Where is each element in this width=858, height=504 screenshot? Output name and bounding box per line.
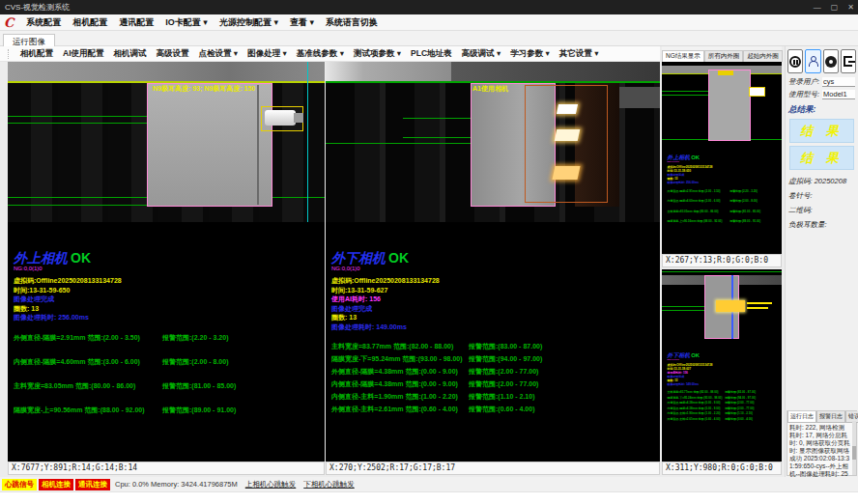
menu-view[interactable]: 查看 ▾	[284, 16, 320, 29]
mini-image-bottom[interactable]	[662, 269, 782, 347]
coords-status-mini-bottom: X:311;Y:980;R:0;G:0;B:0	[662, 462, 782, 475]
virtual-code-label: 虚拟码:	[788, 177, 813, 185]
alarm-range: 报警范围:(89.00 - 91.00)	[729, 219, 760, 223]
log-scrollbar[interactable]	[852, 421, 856, 475]
overlay-lower-outer: 外下相机OK NG:0,0(1)0 虚拟码:Offline20250208133…	[331, 251, 650, 417]
tool-baseline-params[interactable]: 基准线参数 ▾	[292, 48, 349, 60]
alarm-range: 报警范围:(2.00 - 77.00)	[725, 401, 754, 405]
tool-plc-address[interactable]: PLC地址表	[406, 48, 457, 60]
mini-roi-marks	[718, 70, 733, 75]
alarm-range: 报警范围:(2.20 - 3.20)	[162, 333, 228, 343]
log-panel: 运行日志 报警日志 错误日志 耗时: 222, 网络检测耗时: 17, 网络分息…	[786, 410, 857, 476]
menu-camera-config[interactable]: 相机配置	[67, 16, 113, 29]
menu-light-control-config[interactable]: 光源控制配置 ▾	[214, 16, 284, 29]
measurement-row: 主料宽度=83.05mm 范围:(80.00 - 86.00) 报警范围:(81…	[14, 381, 325, 391]
measurement-value: 外侧直径-隔膜=4.38mm 范围:(0.00 - 9.00)	[668, 401, 726, 405]
measurement-value: 内侧直径-主料=1.90mm 范围:(1.00 - 2.20)	[668, 411, 726, 415]
measurement-row: 外侧直径-隔膜=4.38mm 范围:(0.00 - 9.00) 报警范围:(2.…	[668, 401, 782, 405]
connector-blob	[265, 110, 296, 126]
upper-camera-heartbeat-link[interactable]: 上相机心跳触发	[245, 480, 297, 490]
pause-button[interactable]	[787, 49, 803, 73]
user-icon	[808, 56, 817, 67]
menu-comm-config[interactable]: 通讯配置	[113, 16, 159, 29]
user-login-button[interactable]	[805, 49, 820, 73]
time-line: 时间:13-31-59-627	[331, 286, 650, 295]
camera-image-lower-outer[interactable]: A1使用相机	[326, 62, 660, 222]
result-ok-badge: OK	[388, 250, 409, 266]
measurement-row: 外侧直径-隔膜=2.91mm 范围:(2.00 - 3.50) 报警范围:(2.…	[14, 333, 325, 343]
measurement-row: 外侧直径-主料=2.61mm 范围:(0.60 - 4.00) 报警范围:(0.…	[331, 405, 650, 414]
measurement-row: 隔膜宽度-上=90.56mm 范围:(88.00 - 92.00) 报警范围:(…	[14, 406, 325, 415]
tool-other-settings[interactable]: 其它设置 ▾	[555, 48, 604, 60]
mini-view-top[interactable]: 外上相机OK NG:0,0(1)0 虚拟码:Offline20250208133…	[662, 62, 782, 254]
camera-connection-badge: 相机连接	[39, 479, 73, 490]
tool-advanced-debug[interactable]: 高级调试 ▾	[457, 48, 506, 60]
title-bar: CVS-视觉检测系统 — ▢ ✕	[0, 0, 858, 14]
camera-title: 外下相机OK	[331, 251, 650, 266]
tool-camera-config[interactable]: 相机配置	[15, 48, 58, 60]
roi-label-upper: N9极耳高度: 93; N9极耳高度: 150	[153, 84, 255, 94]
glare-spot	[716, 300, 745, 312]
measurement-list: 主料宽度=83.77mm 范围:(82.00 - 88.00) 报警范围:(83…	[331, 342, 650, 414]
alarm-range: 报警范围:(94.00 - 97.00)	[469, 354, 542, 364]
model-field[interactable]: Model1	[822, 90, 855, 99]
coords-status-lower-outer: X:270;Y:2502;R:17;G:17;B:17	[326, 462, 660, 475]
alarm-range: 报警范围:(83.00 - 87.00)	[725, 390, 756, 394]
virtual-code-row: 虚拟码: 20250208	[786, 173, 858, 187]
login-user-field[interactable]: cys	[822, 77, 855, 87]
mini-tab-ng-result[interactable]: NG结果显示	[662, 50, 704, 62]
measurement-row: 内侧直径-主料=1.90mm 范围:(1.00 - 2.20) 报警范围:(1.…	[331, 392, 650, 402]
measurement-row: 隔膜宽度-下=95.24mm 范围:(93.00 - 98.00) 报警范围:(…	[668, 396, 782, 400]
measurement-row: 内侧直径-隔膜=4.38mm 范围:(0.00 - 9.00) 报警范围:(2.…	[668, 406, 782, 410]
mini-tab-start-loops[interactable]: 起始内外圈	[743, 50, 783, 62]
mini-tab-all-loops[interactable]: 所有内外圈	[704, 50, 744, 62]
log-tab-alarm[interactable]: 报警日志	[816, 411, 845, 423]
alarm-range: 报警范围:(89.00 - 91.00)	[162, 406, 236, 415]
tool-advanced-settings[interactable]: 高级设置	[152, 48, 194, 60]
log-scrollbar-thumb[interactable]	[852, 446, 856, 460]
measurement-row: 内侧直径-隔膜=4.38mm 范围:(0.00 - 9.00) 报警范围:(2.…	[331, 379, 650, 389]
alarm-range: 报警范围:(0.60 - 4.00)	[725, 417, 753, 421]
menu-io-card-config[interactable]: IO卡配置 ▾	[159, 16, 214, 29]
measurement-row: 内侧直径-主料=1.90mm 范围:(1.00 - 2.20) 报警范围:(1.…	[668, 411, 782, 415]
glare-spot-2	[555, 129, 581, 141]
mini-view-bottom[interactable]: 外下相机OK NG:0,0(1)0 虚拟码:Offline20250208133…	[662, 269, 782, 462]
maximize-icon[interactable]: ▢	[831, 0, 839, 14]
sidebar-buttons	[786, 46, 858, 75]
tool-image-processing[interactable]: 图像处理 ▾	[243, 48, 292, 60]
model-row: 使用型号: Model1	[786, 88, 858, 100]
alarm-range: 报警范围:(2.00 - 8.00)	[162, 357, 228, 367]
tool-camera-debug[interactable]: 相机调试	[109, 48, 152, 60]
camera-title: 外上相机OK	[14, 251, 325, 266]
alarm-range: 报警范围:(2.00 - 77.00)	[469, 367, 538, 377]
camera-image-upper-outer[interactable]: N9极耳高度: 93; N9极耳高度: 150	[8, 62, 325, 222]
minimize-icon[interactable]: —	[814, 0, 821, 14]
exit-button[interactable]	[841, 49, 856, 73]
menu-system-config[interactable]: 系统配置	[20, 16, 67, 29]
result-ok-badge: OK	[691, 352, 700, 359]
lower-camera-heartbeat-link[interactable]: 下相机心跳触发	[303, 480, 355, 490]
camera-button[interactable]	[823, 49, 839, 73]
tool-learning-params[interactable]: 学习参数 ▾	[505, 48, 555, 60]
alarm-range: 报警范围:(2.20 - 3.20)	[729, 188, 758, 192]
log-tab-run[interactable]: 运行日志	[787, 411, 816, 423]
tool-test-params[interactable]: 测试项参数 ▾	[349, 48, 406, 60]
machine-slab	[619, 87, 660, 108]
heartbeat-status-badge: 心跳信号	[2, 479, 37, 490]
barcode-line: 虚拟码:Offline20250208133134728	[14, 276, 325, 286]
tool-ai-config[interactable]: AI使用配置	[58, 48, 109, 60]
alarm-range: 报警范围:(2.00 - 77.00)	[469, 379, 538, 389]
measurement-value: 隔膜宽度-上=90.56mm 范围:(88.00 - 92.00)	[668, 219, 730, 223]
machine-top-band-right	[451, 62, 660, 81]
tool-spot-check[interactable]: 点检设置 ▾	[194, 48, 243, 60]
menu-language-switch[interactable]: 系统语言切换	[320, 16, 384, 29]
measurement-value: 内侧直径-主料=1.90mm 范围:(1.00 - 2.20)	[331, 392, 469, 402]
close-icon[interactable]: ✕	[847, 0, 854, 14]
camera-lens-icon	[825, 56, 837, 68]
camera-view-lower-outer[interactable]: A1使用相机 外下相机OK NG:0,0(1)0 虚拟码:Offline2025…	[326, 62, 660, 462]
camera-view-upper-outer[interactable]: N9极耳高度: 93; N9极耳高度: 150 外上相机OK NG:0,0(1)…	[8, 62, 325, 462]
machine-top-band-left	[326, 62, 451, 81]
window-controls: — ▢ ✕	[814, 0, 854, 14]
window-title: CVS-视觉检测系统	[5, 3, 70, 12]
mini-image-top[interactable]	[662, 62, 782, 149]
